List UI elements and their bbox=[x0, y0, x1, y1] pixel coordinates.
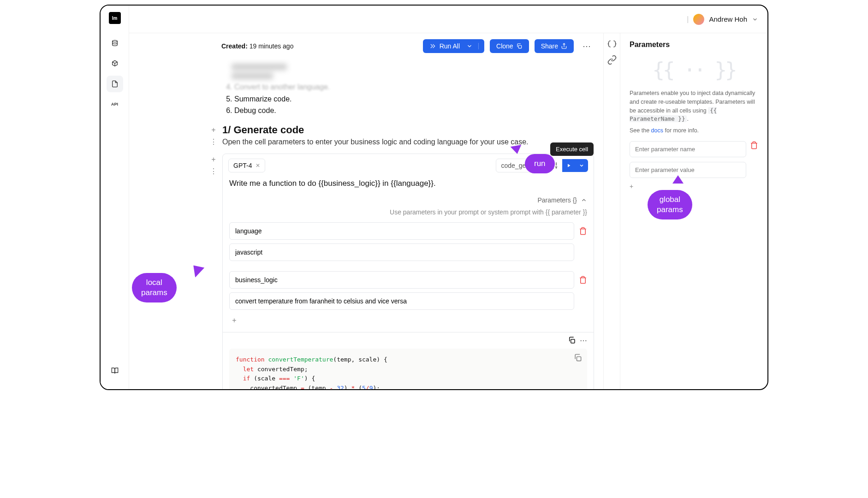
parameters-description: Parameters enable you to inject data dyn… bbox=[630, 89, 758, 124]
cell-menu-button[interactable]: ⋮ bbox=[208, 137, 219, 147]
file-icon[interactable] bbox=[107, 76, 123, 92]
trash-icon[interactable] bbox=[579, 276, 587, 284]
prompt-text[interactable]: Write me a function to do {{business_log… bbox=[223, 177, 594, 195]
chevron-down-icon bbox=[466, 43, 473, 49]
add-param-button[interactable]: + bbox=[229, 315, 239, 326]
add-cell-button[interactable]: + bbox=[208, 125, 219, 135]
svg-point-0 bbox=[112, 40, 117, 42]
copy-icon bbox=[516, 43, 523, 49]
param-value-input[interactable] bbox=[229, 243, 574, 261]
created-label: Created: 19 minutes ago bbox=[221, 42, 293, 50]
copy-icon[interactable] bbox=[573, 353, 583, 362]
play-icon bbox=[566, 163, 571, 168]
list-item: Summarize code. bbox=[234, 93, 594, 105]
more-menu-button[interactable]: ⋯ bbox=[579, 39, 594, 53]
output-more-button[interactable]: ⋯ bbox=[580, 336, 587, 345]
parameters-illustration: {{ ·· }} bbox=[630, 58, 758, 82]
run-all-button[interactable]: Run All bbox=[423, 39, 484, 53]
svg-rect-4 bbox=[577, 356, 581, 361]
global-param-value-input[interactable] bbox=[630, 162, 746, 178]
svg-rect-3 bbox=[571, 339, 575, 343]
parameters-toggle[interactable]: Parameters {} bbox=[223, 195, 594, 206]
trash-icon[interactable] bbox=[579, 227, 587, 235]
share-button[interactable]: Share bbox=[535, 39, 574, 53]
user-menu[interactable]: | Andrew Hoh bbox=[687, 14, 758, 25]
docs-link[interactable]: docs bbox=[651, 127, 663, 134]
model-chip[interactable]: GPT-4 ✕ bbox=[228, 159, 265, 172]
run-cell-button[interactable] bbox=[562, 159, 575, 172]
list-item: Convert to another language. bbox=[234, 81, 594, 93]
trash-icon[interactable] bbox=[750, 141, 758, 149]
app-logo[interactable]: lm bbox=[109, 12, 121, 24]
add-global-param-button[interactable]: + bbox=[630, 183, 758, 190]
svg-rect-1 bbox=[518, 45, 521, 48]
add-cell-button[interactable]: + bbox=[208, 154, 219, 165]
book-icon[interactable] bbox=[107, 362, 123, 379]
parameters-docs-link: See the docs for more info. bbox=[630, 127, 758, 134]
link-icon[interactable] bbox=[607, 55, 617, 65]
user-name: Andrew Hoh bbox=[709, 15, 747, 23]
cube-icon[interactable] bbox=[107, 55, 123, 72]
chevron-down-icon bbox=[752, 16, 758, 23]
global-param-name-input[interactable] bbox=[630, 141, 746, 157]
run-cell-dropdown[interactable] bbox=[575, 159, 588, 172]
clone-button[interactable]: Clone bbox=[490, 39, 529, 53]
api-icon[interactable]: API bbox=[107, 96, 123, 113]
run-callout: run bbox=[525, 154, 555, 173]
cell-menu-button[interactable]: ⋮ bbox=[208, 166, 219, 177]
section-subtitle: Open the cell parameters to enter your b… bbox=[222, 138, 594, 146]
copy-icon[interactable] bbox=[568, 336, 576, 344]
parameters-panel-title: Parameters bbox=[630, 41, 758, 49]
global-params-callout: global params bbox=[648, 190, 692, 219]
code-output: function convertTemperature(temp, scale)… bbox=[229, 349, 587, 389]
list-item: Debug code. bbox=[234, 105, 594, 117]
braces-icon[interactable] bbox=[607, 40, 617, 49]
local-params-callout: local params bbox=[132, 273, 177, 302]
chevron-down-icon bbox=[579, 163, 584, 168]
remove-model-icon[interactable]: ✕ bbox=[256, 162, 260, 169]
param-name-input[interactable] bbox=[229, 271, 574, 289]
chevron-up-icon bbox=[581, 197, 587, 203]
parameters-hint: Use parameters in your prompt or system … bbox=[223, 206, 594, 222]
database-icon[interactable] bbox=[107, 35, 123, 52]
execute-tooltip: Execute cell bbox=[550, 142, 594, 156]
section-heading: 1/ Generate code bbox=[222, 124, 594, 136]
avatar bbox=[693, 14, 704, 25]
fast-forward-icon bbox=[429, 43, 436, 49]
param-name-input[interactable] bbox=[229, 222, 574, 240]
share-icon bbox=[561, 43, 567, 49]
param-value-input[interactable] bbox=[229, 292, 574, 310]
